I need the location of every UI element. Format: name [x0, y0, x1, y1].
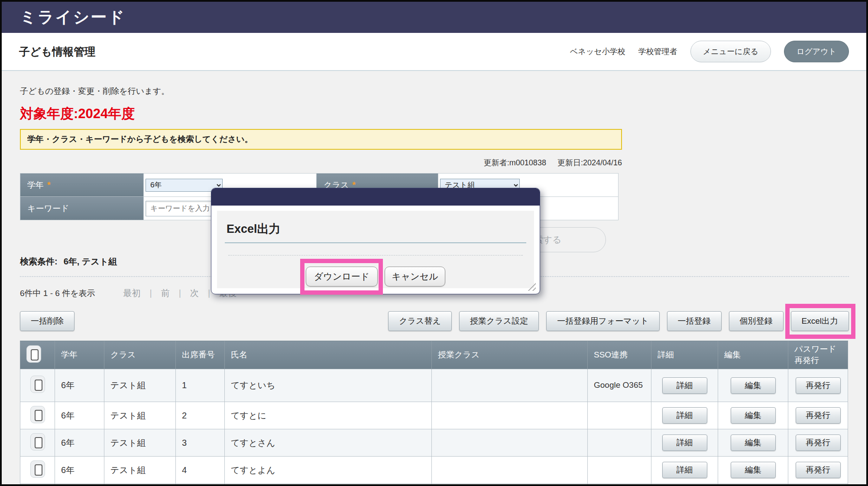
cell-sso: [588, 402, 651, 429]
detail-button[interactable]: 詳細: [662, 407, 707, 424]
excel-output-modal: Excel出力 ダウンロード キャンセル: [211, 188, 540, 294]
updated-by: 更新者:m0010838: [484, 158, 546, 168]
top-bar: ミライシード: [2, 2, 866, 33]
sub-header: 子ども情報管理 ベネッセ小学校 学校管理者 メニューに戻る ログアウト: [2, 33, 866, 71]
reissue-button[interactable]: 再発行: [796, 407, 841, 424]
cell-lesson-class: [432, 457, 588, 484]
cell-grade: 6年: [55, 484, 104, 486]
reissue-button[interactable]: 再発行: [796, 377, 841, 394]
pagination-next[interactable]: 次: [181, 287, 208, 299]
page-title: 子ども情報管理: [19, 45, 95, 59]
col-sso: SSO連携: [588, 341, 651, 369]
cell-lesson-class: [432, 402, 588, 429]
table-row: 6年テスト組1てすといちGoogle O365詳細編集再発行: [20, 369, 848, 402]
col-class: クラス: [104, 341, 176, 369]
cell-name: てすとよん: [225, 457, 432, 484]
col-attendance-number: 出席番号: [176, 341, 225, 369]
cell-attendance-number: 1: [176, 369, 225, 402]
modal-dotted-divider: [228, 255, 523, 256]
cell-lesson-class: [432, 429, 588, 457]
bulk-delete-button[interactable]: 一括削除: [20, 311, 74, 331]
edit-button[interactable]: 編集: [731, 435, 776, 451]
cell-name: てすとさん: [225, 429, 432, 457]
bulk-register-format-button[interactable]: 一括登録用フォーマット: [546, 311, 659, 331]
class-change-button[interactable]: クラス替え: [388, 311, 452, 331]
col-grade: 学年: [55, 341, 104, 369]
col-detail: 詳細: [651, 341, 718, 369]
page-description: 子どもの登録・変更・削除を行います。: [20, 86, 848, 97]
detail-button[interactable]: 詳細: [662, 462, 707, 478]
school-name: ベネッセ小学校: [570, 46, 625, 57]
table-row: 6年テスト組5てすとご詳細編集再発行: [20, 484, 848, 486]
bulk-register-button[interactable]: 一括登録: [667, 311, 722, 331]
reissue-button[interactable]: 再発行: [796, 435, 841, 451]
modal-body: Excel出力 ダウンロード キャンセル: [217, 211, 534, 288]
cancel-button[interactable]: キャンセル: [385, 267, 445, 286]
pagination-prev[interactable]: 前: [152, 287, 179, 299]
lesson-class-setting-button[interactable]: 授業クラス設定: [459, 311, 539, 331]
cell-class: テスト組: [104, 484, 176, 486]
cell-attendance-number: 5: [176, 484, 225, 486]
cell-class: テスト組: [104, 429, 176, 457]
user-role: 学校管理者: [638, 46, 677, 57]
cell-name: てすとご: [225, 484, 432, 486]
select-all-header-cell: [20, 341, 55, 369]
search-notice: 学年・クラス・キーワードから子どもを検索してください。: [20, 129, 622, 150]
row-checkbox[interactable]: [30, 460, 45, 478]
miraiseed-logo: ミライシード: [20, 6, 126, 28]
cell-class: テスト組: [104, 369, 176, 402]
excel-output-button[interactable]: Excel出力: [791, 311, 849, 331]
cell-lesson-class: [432, 484, 588, 486]
detail-button[interactable]: 詳細: [662, 377, 707, 394]
select-all-checkbox[interactable]: [26, 345, 41, 363]
update-info: 更新者:m0010838 更新日:2024/04/16: [20, 158, 622, 168]
cell-sso: [588, 484, 651, 486]
updated-date: 更新日:2024/04/16: [557, 158, 622, 168]
required-mark: *: [47, 180, 51, 190]
logout-button[interactable]: ログアウト: [784, 41, 849, 62]
cell-grade: 6年: [55, 402, 104, 429]
edit-button[interactable]: 編集: [731, 462, 776, 478]
cell-grade: 6年: [55, 429, 104, 457]
pagination-first[interactable]: 最初: [114, 287, 150, 299]
cell-name: てすといち: [225, 369, 432, 402]
table-header-row: 学年 クラス 出席番号 氏名 授業クラス SSO連携 詳細 編集 パスワード再発…: [20, 341, 848, 369]
cell-grade: 6年: [55, 369, 104, 402]
grade-select[interactable]: 6年: [146, 179, 223, 192]
cell-grade: 6年: [55, 457, 104, 484]
table-row: 6年テスト組3てすとさん詳細編集再発行: [20, 429, 848, 457]
cell-sso: [588, 457, 651, 484]
col-edit: 編集: [718, 341, 788, 369]
app-window: ミライシード 子ども情報管理 ベネッセ小学校 学校管理者 メニューに戻る ログア…: [0, 0, 868, 486]
table-row: 6年テスト組2てすとに詳細編集再発行: [20, 402, 848, 429]
cell-attendance-number: 3: [176, 429, 225, 457]
result-count: 6件中 1 - 6 件を表示: [20, 288, 95, 299]
individual-register-button[interactable]: 個別登録: [729, 311, 784, 331]
col-lesson-class: 授業クラス: [432, 341, 588, 369]
cell-attendance-number: 4: [176, 457, 225, 484]
modal-title: Excel出力: [217, 211, 534, 237]
keyword-label-cell: キーワード: [20, 197, 144, 220]
row-checkbox[interactable]: [30, 433, 45, 451]
cell-sso: Google O365: [588, 369, 651, 402]
row-checkbox[interactable]: [30, 406, 45, 423]
table-row: 6年テスト組4てすとよん詳細編集再発行: [20, 457, 848, 484]
cell-class: テスト組: [104, 457, 176, 484]
edit-button[interactable]: 編集: [731, 407, 776, 424]
row-checkbox[interactable]: [30, 376, 45, 393]
col-name: 氏名: [225, 341, 432, 369]
reissue-button[interactable]: 再発行: [796, 462, 841, 478]
detail-button[interactable]: 詳細: [662, 435, 707, 451]
modal-title-bar[interactable]: [211, 188, 540, 206]
back-to-menu-button[interactable]: メニューに戻る: [690, 41, 771, 62]
cell-name: てすとに: [225, 402, 432, 429]
children-table: 学年 クラス 出席番号 氏名 授業クラス SSO連携 詳細 編集 パスワード再発…: [20, 341, 848, 486]
modal-divider: [225, 242, 526, 243]
cell-class: テスト組: [104, 402, 176, 429]
download-button[interactable]: ダウンロード: [306, 267, 378, 286]
edit-button[interactable]: 編集: [731, 377, 776, 394]
cell-attendance-number: 2: [176, 402, 225, 429]
target-year-heading: 対象年度:2024年度: [20, 105, 848, 123]
cell-lesson-class: [432, 369, 588, 402]
col-password-reissue: パスワード再発行: [788, 341, 848, 369]
